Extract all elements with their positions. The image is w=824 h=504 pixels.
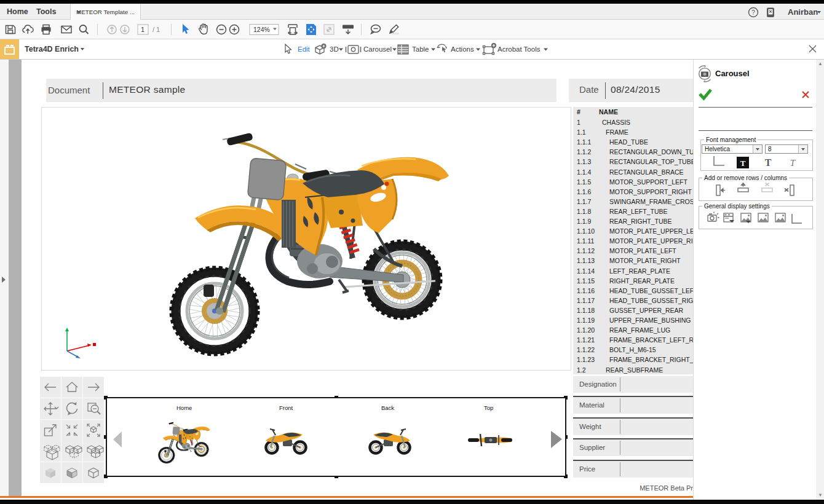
svg-text:Table: Table bbox=[412, 45, 429, 53]
svg-text:Acrobat Tools: Acrobat Tools bbox=[497, 45, 541, 53]
svg-text:Carousel: Carousel bbox=[363, 45, 392, 53]
svg-text:Actions: Actions bbox=[451, 45, 474, 53]
svg-text:3D: 3D bbox=[330, 45, 339, 53]
svg-text:/ 1: / 1 bbox=[153, 26, 160, 33]
svg-text:124%: 124% bbox=[253, 26, 270, 33]
svg-text:Edit: Edit bbox=[298, 45, 311, 53]
svg-text:?: ? bbox=[751, 9, 755, 16]
svg-text:1: 1 bbox=[141, 26, 145, 33]
